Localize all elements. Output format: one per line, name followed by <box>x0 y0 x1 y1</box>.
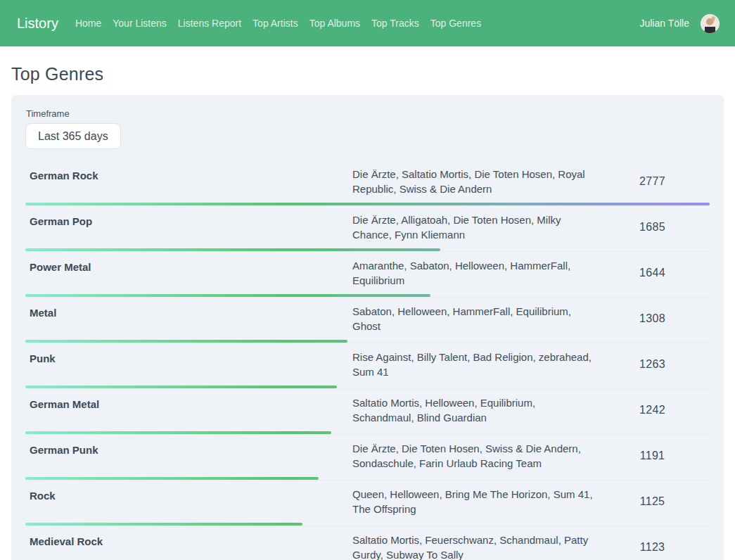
nav-link-top-artists[interactable]: Top Artists <box>247 13 304 33</box>
genre-progress-bar <box>25 431 331 434</box>
genre-row: German Punk Die Ärzte, Die Toten Hosen, … <box>25 435 710 481</box>
user-avatar-icon[interactable] <box>701 14 720 33</box>
genre-top-artists: Sabaton, Helloween, HammerFall, Equilibr… <box>352 304 595 333</box>
genre-name: Power Metal <box>25 258 352 288</box>
genre-progress-bar <box>25 248 440 251</box>
navbar: Listory HomeYour ListensListens ReportTo… <box>0 0 735 46</box>
genre-listen-count: 1644 <box>595 267 710 279</box>
timeframe-label: Timeframe <box>26 108 710 119</box>
timeframe-select[interactable]: Last 365 days <box>25 123 121 149</box>
nav-link-home[interactable]: Home <box>70 13 107 33</box>
genre-top-artists: Saltatio Mortis, Helloween, Equilibrium,… <box>352 395 595 425</box>
genre-progress-bar <box>25 477 319 480</box>
top-genres-card: Timeframe Last 365 days German Rock Die … <box>11 95 724 560</box>
genre-progress-bar <box>25 523 302 526</box>
genre-row: Power Metal Amaranthe, Sabaton, Hellowee… <box>25 252 710 298</box>
genre-name: German Punk <box>25 441 352 471</box>
genre-row: German Pop Die Ärzte, Alligatoah, Die To… <box>25 206 710 252</box>
genre-name: German Pop <box>25 212 352 242</box>
page-title: Top Genres <box>11 64 724 84</box>
genre-top-artists: Saltatio Mortis, Feuerschwanz, Schandmau… <box>352 533 595 560</box>
genre-top-artists: Queen, Helloween, Bring Me The Horizon, … <box>352 487 595 516</box>
genre-progress-bar <box>25 386 337 388</box>
genre-listen-count: 1685 <box>595 221 710 234</box>
nav-link-your-listens[interactable]: Your Listens <box>107 13 172 33</box>
app-logo[interactable]: Listory <box>17 15 58 32</box>
genre-progress-bar <box>25 294 430 297</box>
genre-listen-count: 1263 <box>595 358 710 371</box>
nav-link-top-genres[interactable]: Top Genres <box>425 13 487 33</box>
genre-listen-count: 1123 <box>595 541 710 554</box>
genre-name: Punk <box>25 350 352 379</box>
genre-row: German Metal Saltatio Mortis, Helloween,… <box>25 389 710 435</box>
genre-top-artists: Die Ärzte, Saltatio Mortis, Die Toten Ho… <box>352 167 595 196</box>
genre-list: German Rock Die Ärzte, Saltatio Mortis, … <box>25 160 710 560</box>
nav-link-top-tracks[interactable]: Top Tracks <box>366 13 425 33</box>
genre-top-artists: Die Ärzte, Alligatoah, Die Toten Hosen, … <box>352 212 595 242</box>
genre-row: Medieval Rock Saltatio Mortis, Feuerschw… <box>25 526 710 560</box>
genre-listen-count: 2777 <box>595 175 710 188</box>
genre-name: Medieval Rock <box>25 533 352 560</box>
timeframe-section: Timeframe Last 365 days <box>25 108 710 149</box>
genre-name: German Metal <box>25 395 352 425</box>
main-nav: HomeYour ListensListens ReportTop Artist… <box>70 13 487 33</box>
genre-listen-count: 1242 <box>595 404 710 416</box>
genre-name: German Rock <box>25 167 352 196</box>
genre-progress-bar <box>25 340 347 343</box>
user-name[interactable]: Julian Tölle <box>639 18 689 29</box>
nav-link-top-albums[interactable]: Top Albums <box>304 13 366 33</box>
nav-link-listens-report[interactable]: Listens Report <box>172 13 247 33</box>
genre-listen-count: 1191 <box>595 450 710 462</box>
navbar-right: Julian Tölle <box>639 14 720 33</box>
main-content: Top Genres Timeframe Last 365 days Germa… <box>0 64 735 560</box>
genre-listen-count: 1125 <box>595 495 710 508</box>
genre-row: Metal Sabaton, Helloween, HammerFall, Eq… <box>25 298 710 343</box>
genre-top-artists: Rise Against, Billy Talent, Bad Religion… <box>352 350 595 379</box>
genre-progress-bar <box>25 203 710 205</box>
genre-row: Punk Rise Against, Billy Talent, Bad Rel… <box>25 343 710 389</box>
genre-row: Rock Queen, Helloween, Bring Me The Hori… <box>25 481 710 526</box>
genre-name: Metal <box>25 304 352 333</box>
navbar-left: Listory HomeYour ListensListens ReportTo… <box>17 13 487 33</box>
genre-name: Rock <box>25 487 352 516</box>
genre-top-artists: Amaranthe, Sabaton, Helloween, HammerFal… <box>352 258 595 288</box>
genre-top-artists: Die Ärzte, Die Toten Hosen, Swiss & Die … <box>352 441 595 471</box>
genre-listen-count: 1308 <box>595 312 710 325</box>
genre-row: German Rock Die Ärzte, Saltatio Mortis, … <box>25 160 710 206</box>
